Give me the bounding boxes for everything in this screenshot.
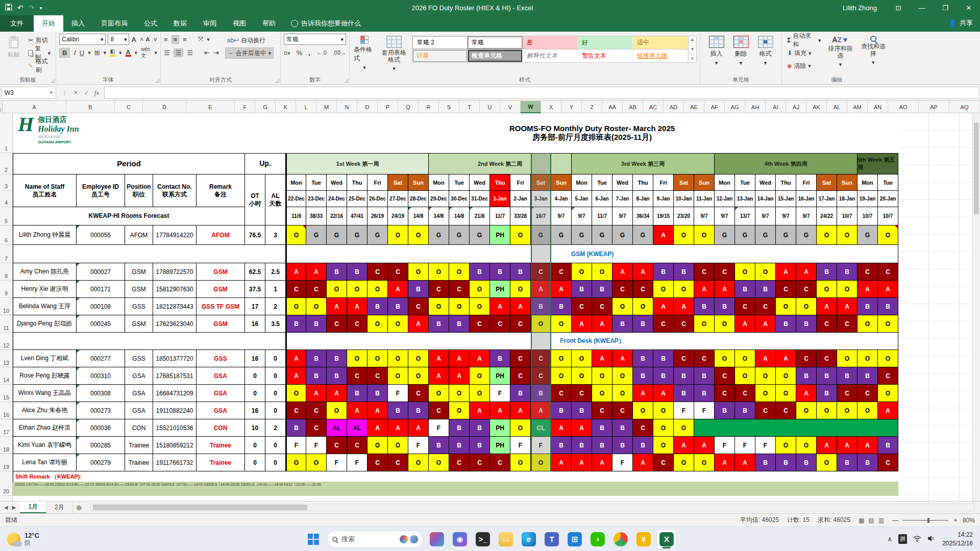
column-header-AH[interactable]: AH [745,101,766,113]
volume-icon[interactable] [927,535,935,543]
column-header-AI[interactable]: AI [766,101,786,113]
shift-cell[interactable]: A [735,454,755,471]
shift-cell[interactable]: C [470,454,490,471]
shift-cell[interactable]: G [612,226,633,245]
staff-contact[interactable]: 18212873443 [153,298,197,315]
format-painter-button[interactable]: ✎格式刷 [26,60,53,71]
shift-cell[interactable]: C [653,315,674,333]
shift-cell[interactable]: B [817,263,837,281]
staff-position[interactable]: GSS [125,298,153,315]
shift-cell[interactable]: B [755,454,776,471]
shift-cell[interactable]: O [327,281,347,298]
shift-cell[interactable]: A [715,454,735,471]
finance-app[interactable]: ¥ [634,530,653,549]
shift-cell[interactable]: A [796,385,817,402]
shift-cell[interactable]: O [347,281,368,298]
row-header-19[interactable]: 19 [0,454,12,471]
shift-cell[interactable]: O [510,281,531,298]
shift-cell[interactable]: C [572,385,592,402]
staff-employee-id[interactable]: 000036 [77,419,125,437]
vertical-scrollbar-thumb[interactable] [974,122,979,214]
staff-remark[interactable]: GSM [197,315,245,333]
shift-cell[interactable]: B [817,367,837,385]
shift-cell[interactable]: O [694,315,715,333]
staff-al-days[interactable]: 2 [265,419,286,437]
shift-cell[interactable]: B [388,402,408,419]
shift-cell[interactable]: O [286,298,306,315]
shift-cell[interactable]: A [633,385,653,402]
zoom-slider-knob[interactable] [927,518,929,523]
shift-cell[interactable]: PH [490,281,510,298]
shift-cell[interactable]: A [531,281,551,298]
staff-al-days[interactable]: 0 [265,402,286,419]
staff-employee-id[interactable]: 000055 [77,226,125,245]
shift-cell[interactable]: O [449,385,470,402]
shift-cell[interactable]: C [715,263,735,281]
shift-cell[interactable]: F [694,402,715,419]
shift-cell[interactable]: O [612,298,633,315]
row-header-20[interactable]: 20 [0,471,12,496]
shift-cell[interactable]: O [510,226,531,245]
staff-employee-id[interactable]: 000027 [77,263,125,281]
shift-cell[interactable]: G [306,226,327,245]
align-bottom-icon[interactable]: ≡ [183,36,187,43]
shift-cell[interactable]: A [306,385,327,402]
shift-cell[interactable]: B [572,402,592,419]
staff-contact[interactable]: 18501377720 [153,350,197,367]
shift-cell[interactable]: B [429,437,449,454]
staff-position[interactable]: Trainee [125,454,153,471]
shift-cell[interactable]: O [878,350,898,367]
shift-cell[interactable]: C [837,385,857,402]
shift-cell[interactable]: F [612,454,633,471]
shift-cell[interactable]: O [572,263,592,281]
shift-cell[interactable]: F [490,385,510,402]
shift-cell[interactable]: C [510,350,531,367]
row-header-6[interactable]: 6 [0,226,12,245]
clear-button[interactable]: ◆清除 ▾ [785,60,823,71]
shift-cell[interactable]: A [592,315,612,333]
shift-cell[interactable]: A [817,298,837,315]
shift-cell[interactable]: A [368,402,388,419]
shift-cell[interactable]: B [429,315,449,333]
shift-cell[interactable]: O [755,385,776,402]
shift-cell[interactable]: A [551,281,572,298]
row-header-17[interactable]: 17 [0,419,12,437]
shift-cell[interactable]: C [368,454,388,471]
shift-cell[interactable]: B [796,315,817,333]
shift-cell[interactable]: B [347,385,368,402]
shift-cell[interactable]: B [449,419,470,437]
shift-cell[interactable]: C [470,315,490,333]
delete-cells-button[interactable]: 删除▾ [729,34,753,68]
shift-cell[interactable]: O [510,454,531,471]
shift-cell[interactable]: C [735,298,755,315]
column-header-AA[interactable]: AA [602,101,623,113]
column-header-L[interactable]: L [296,101,316,113]
conditional-formatting-button[interactable]: 条件格式▾ [353,34,376,73]
ribbon-tab-插入[interactable]: 插入 [63,15,93,32]
name-box[interactable]: W3 ▾ [1,87,56,99]
staff-remark[interactable]: Trainee [197,454,245,471]
shift-cell[interactable]: A [572,454,592,471]
shift-cell[interactable]: G [592,226,612,245]
shift-cell[interactable]: O [837,226,857,245]
staff-name[interactable]: Lilith Zhong 钟晨晨 [13,226,77,245]
shift-cell[interactable]: C [286,281,306,298]
shift-cell[interactable]: A [837,298,857,315]
shift-cell[interactable]: O [368,315,388,333]
cell-style-常规[interactable]: 常规 [468,36,523,49]
orientation-icon[interactable]: ⤧ [198,35,203,43]
shift-cell[interactable]: A [694,437,715,454]
shift-cell[interactable]: O [776,437,796,454]
staff-position[interactable]: GSM [125,281,153,298]
borders-button[interactable]: ⊞ [94,49,100,57]
shift-cell[interactable]: F [347,454,368,471]
staff-remark[interactable]: GSA [197,367,245,385]
shift-cell[interactable]: A [388,281,408,298]
shift-cell[interactable]: B [368,298,388,315]
shift-cell[interactable]: A [286,263,306,281]
shift-cell[interactable]: A [429,350,449,367]
shift-cell[interactable]: A [878,281,898,298]
shift-cell[interactable]: O [408,367,429,385]
row-header-1[interactable]: 1 [0,113,12,153]
shift-cell[interactable]: B [347,263,368,281]
